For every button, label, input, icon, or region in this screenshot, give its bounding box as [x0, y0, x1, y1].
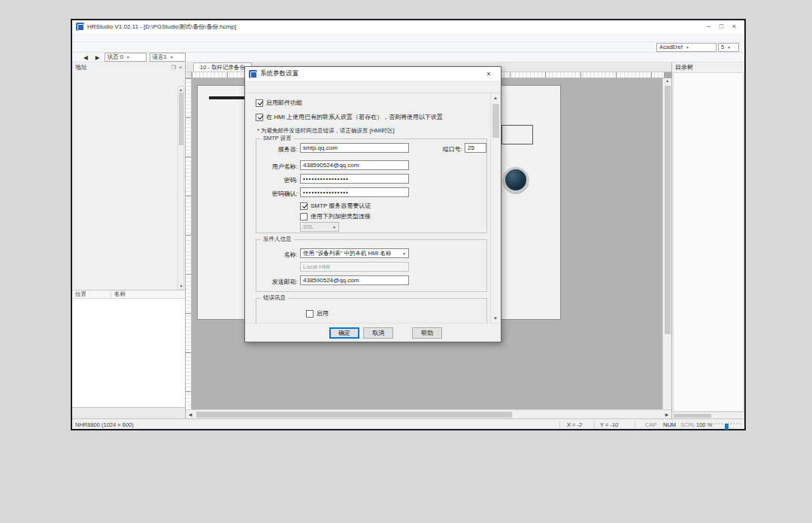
help-button[interactable]: 帮助: [412, 327, 442, 339]
canvas-vertical-scrollbar[interactable]: ▲: [662, 78, 671, 409]
scroll-left-icon[interactable]: ◀: [186, 412, 195, 417]
chevron-down-icon: ▼: [126, 55, 130, 59]
menu-bar: [72, 33, 744, 42]
title-bar: HRStudio V1.02.11 - [D:\PGStudio测试\备份\备份…: [72, 20, 744, 33]
chevron-down-icon: ▼: [330, 225, 336, 230]
scroll-thumb[interactable]: [674, 414, 711, 418]
document-tab[interactable]: 10 - 取样记录备份: [193, 62, 252, 71]
sender-name-combo[interactable]: 使用 "设备列表" 中的本机 HMI 名称▼: [300, 248, 409, 258]
column-header-position: 位置: [72, 290, 111, 298]
tree-horizontal-scrollbar[interactable]: [672, 412, 744, 418]
ok-button[interactable]: 确定: [329, 327, 359, 339]
sender-name-label: 名称:: [256, 251, 298, 259]
password-input[interactable]: [300, 174, 409, 184]
mail-tab-page: 启用邮件功能 在 HMI 上使用已有的联系人设置（若存在），否则将使用以下设置 …: [245, 93, 501, 323]
chevron-down-icon: ▼: [686, 45, 689, 50]
address-name-list: [72, 299, 185, 408]
use-contacts-checkbox[interactable]: [256, 114, 263, 121]
status-bar: NHR8800 (1024 × 600) X = -2 Y = -10 CAP …: [72, 418, 744, 429]
maximize-button[interactable]: □: [715, 21, 728, 32]
dialog-button-row: 确定 取消 帮助: [245, 323, 501, 343]
sender-email-input[interactable]: [300, 275, 409, 285]
directory-tree-panel: 目录树: [671, 62, 744, 418]
encryption-checkbox[interactable]: [300, 213, 308, 220]
username-input[interactable]: [300, 160, 409, 170]
directory-tree: [673, 72, 744, 412]
float-panel-icon[interactable]: ❐: [171, 65, 176, 71]
round-button-element[interactable]: [503, 167, 529, 193]
address-panel: 地址 ❐ × ▲ ▼ 位置 名称: [72, 62, 186, 418]
confirm-password-label: 密码确认:: [256, 190, 298, 198]
use-contacts-label: 在 HMI 上使用已有的联系人设置（若存在），否则将使用以下设置: [266, 113, 443, 121]
dialog-tab-bar: [245, 81, 501, 93]
scroll-thumb[interactable]: [179, 93, 183, 145]
next-state-button[interactable]: ▶: [92, 53, 103, 62]
dialog-title: 系统参数设置: [260, 69, 298, 78]
size-combo[interactable]: 5▼: [718, 43, 739, 52]
system-settings-dialog: 系统参数设置 × 启用邮件功能 在 HMI 上使用已有的联系人设置（若存在），否…: [244, 66, 501, 342]
grid-scrollbar[interactable]: ▲ ▼: [177, 86, 184, 290]
enable-mail-checkbox[interactable]: [256, 99, 263, 107]
rectangle-button-element[interactable]: [501, 125, 533, 144]
window-title: HRStudio V1.02.11 - [D:\PGStudio测试\备份\备份…: [87, 23, 236, 31]
cancel-button[interactable]: 取消: [363, 327, 393, 339]
zoom-slider[interactable]: [713, 421, 741, 425]
minimize-button[interactable]: –: [702, 21, 715, 32]
smtp-auth-checkbox[interactable]: [300, 202, 308, 210]
scroll-thumb[interactable]: [492, 104, 499, 138]
dialog-close-button[interactable]: ×: [480, 70, 497, 78]
style-combo[interactable]: AcadEref▼: [656, 43, 717, 52]
canvas-horizontal-scrollbar[interactable]: ◀ ▶: [186, 409, 671, 418]
close-panel-icon[interactable]: ×: [179, 65, 182, 71]
sender-group-title: 发件人信息: [261, 236, 294, 243]
error-group-title: 错误讯息: [261, 294, 288, 302]
vertical-ruler: [186, 78, 192, 409]
timezone-note: * 为避免邮件发送时间信息错误，请正确设置 [HMI时区]: [257, 127, 395, 135]
scroll-right-icon[interactable]: ▶: [662, 412, 671, 417]
zoom-slider-thumb[interactable]: [725, 424, 729, 430]
device-status: NHR8800 (1024 × 600): [75, 421, 134, 428]
chevron-down-icon: ▼: [400, 251, 406, 256]
port-input[interactable]: [465, 143, 486, 153]
sender-group: 发件人信息 名称: 使用 "设备列表" 中的本机 HMI 名称▼ 发送邮箱:: [256, 239, 487, 292]
zoom-level: 100 %: [696, 421, 712, 428]
prev-state-button[interactable]: ◀: [80, 53, 91, 62]
num-indicator: NUM: [663, 421, 676, 428]
error-enable-checkbox[interactable]: [306, 310, 314, 318]
port-label: 端口号:: [428, 145, 462, 154]
hmi-name-input: [300, 262, 409, 272]
language-combo[interactable]: 语言1▼: [150, 53, 186, 62]
scroll-up-icon[interactable]: ▲: [491, 93, 500, 102]
close-button[interactable]: ×: [728, 21, 741, 32]
app-icon: [76, 23, 84, 31]
scroll-down-icon[interactable]: ▼: [491, 314, 500, 323]
toolbar-draw: ◀ ▶ 状态 0▼ 语言1▼: [72, 53, 744, 62]
toolbar-standard: AcadEref▼ 5▼: [72, 42, 744, 53]
cursor-y: Y = -10: [600, 421, 618, 428]
smtp-group-title: SMTP 设置: [261, 135, 294, 142]
sender-email-label: 发送邮箱:: [256, 278, 298, 286]
cursor-x: X = -2: [567, 421, 582, 428]
scroll-up-icon[interactable]: ▲: [178, 87, 183, 93]
tree-panel-title: 目录树: [675, 63, 693, 71]
enable-mail-label: 启用邮件功能: [266, 99, 302, 107]
chevron-down-icon: ▼: [170, 55, 174, 59]
confirm-password-input[interactable]: [300, 187, 409, 197]
user-label: 用户名称:: [256, 163, 298, 171]
error-message-group: 错误讯息 启用: [256, 298, 487, 323]
server-input[interactable]: [300, 143, 409, 153]
bit-grid: ▲ ▼: [72, 86, 185, 290]
smtp-group: SMTP 设置 服务器: 端口号: 用户名称: 密码: 密码确认: SMTP 服…: [256, 138, 487, 233]
caps-indicator: CAP: [645, 421, 656, 428]
scroll-down-icon[interactable]: ▼: [178, 283, 184, 289]
column-header-name: 名称: [111, 290, 126, 298]
dialog-scrollbar[interactable]: ▲ ▼: [490, 93, 500, 323]
dialog-icon: [249, 70, 257, 78]
password-label: 密码:: [256, 176, 298, 184]
scroll-indicator: SCRL: [680, 421, 695, 428]
scroll-thumb[interactable]: [665, 86, 671, 334]
smtp-auth-label: SMTP 服务器需要认证: [311, 202, 371, 210]
scroll-up-icon[interactable]: ▲: [665, 78, 669, 83]
scroll-thumb[interactable]: [196, 412, 512, 418]
state-combo[interactable]: 状态 0▼: [105, 53, 147, 62]
